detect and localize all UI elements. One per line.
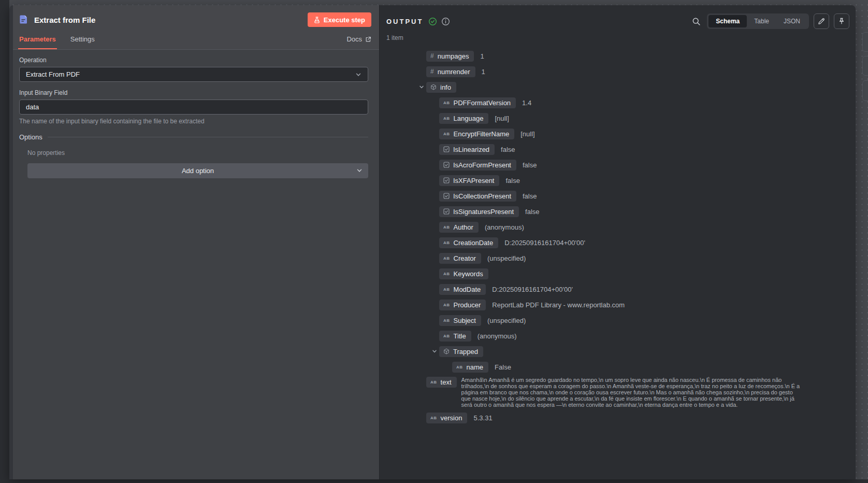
thumbtack-icon [838,18,845,25]
schema-key-label: IsSignaturesPresent [453,208,514,216]
schema-key-pill[interactable]: ABModDate [439,284,486,295]
schema-row: ABPDFFormatVersion1.4 [386,95,849,110]
search-icon[interactable] [692,17,701,26]
schema-key-label: name [467,363,484,371]
view-mode-json[interactable]: JSON [776,15,807,27]
ab-text-icon: AB [443,132,450,136]
cube-icon [443,348,450,354]
schema-value: Amanhã\n Amanhã é um segredo guardado no… [461,377,801,408]
schema-value: 5.3.31 [473,414,492,422]
schema-key-label: EncryptFilterName [454,130,510,138]
schema-key-pill[interactable]: IsAcroFormPresent [439,160,516,171]
schema-key-pill[interactable]: ABtext [426,377,457,388]
schema-row: IsCollectionPresentfalse [386,188,849,204]
schema-row: ABtextAmanhã\n Amanhã é um segredo guard… [386,375,849,410]
input-panel-collapsed[interactable] [9,5,13,479]
canvas-node-card [862,80,868,101]
schema-row: ABnameFalse [386,359,849,375]
ab-text-icon: AB [443,225,450,230]
schema-value: [null] [520,130,534,138]
schema-key-pill[interactable]: info [426,82,456,93]
ab-text-icon: AB [443,240,450,245]
schema-key-pill[interactable]: ABTitle [439,331,471,342]
docs-link[interactable]: Docs [346,35,371,49]
schema-key-label: IsAcroFormPresent [453,161,511,169]
schema-value: false [523,192,537,200]
ab-text-icon: AB [456,365,463,370]
ab-text-icon: AB [443,303,450,307]
schema-key-pill[interactable]: ABCreator [439,253,481,264]
schema-value: D:20250916161704+00'00' [492,286,573,293]
schema-key-pill[interactable]: IsXFAPresent [439,175,499,186]
checkbox-icon [443,177,450,183]
schema-key-pill[interactable]: ABAuthor [439,222,479,233]
view-mode-schema[interactable]: Schema [708,15,747,27]
ab-text-icon: AB [443,334,450,338]
schema-value: false [501,146,515,153]
canvas-node-card [862,56,868,76]
schema-key-pill[interactable]: ABKeywords [439,268,488,279]
info-circle-icon[interactable] [441,17,450,26]
schema-key-label: Author [454,223,473,231]
schema-key-pill[interactable]: ABname [452,362,488,373]
parameters-panel: Extract from File Execute step Parameter… [13,5,379,479]
node-title: Extract from File [34,16,308,24]
schema-row: ABTitle(anonymous) [386,328,849,344]
node-detail-modal: Extract from File Execute step Parameter… [9,5,856,479]
execute-step-button[interactable]: Execute step [308,12,371,27]
schema-key-pill[interactable]: ABProducer [439,300,486,310]
hash-icon: # [430,52,434,60]
schema-value: (unspecified) [487,317,526,324]
schema-key-label: Producer [454,301,481,309]
operation-select[interactable]: Extract From PDF [19,67,368,82]
tab-parameters[interactable]: Parameters [19,35,56,49]
n8n-node-detail-view: { "colors": { "accent": "#ff6d5a", "succ… [0,0,868,483]
schema-key-pill[interactable]: ABversion [426,413,467,423]
schema-key-pill[interactable]: ABPDFFormatVersion [439,97,516,108]
schema-key-pill[interactable]: #numpages [426,51,474,62]
view-mode-table[interactable]: Table [747,15,776,27]
options-empty-text: No properties [27,149,368,157]
schema-row: ABAuthor(anonymous) [386,219,849,235]
schema-key-pill[interactable]: IsSignaturesPresent [439,206,519,217]
schema-value: 1 [480,52,484,60]
schema-row: #numpages1 [386,48,849,64]
schema-key-label: info [440,83,451,91]
chevron-down-icon [355,72,361,78]
schema-key-pill[interactable]: ABEncryptFilterName [439,129,514,139]
schema-key-pill[interactable]: IsCollectionPresent [439,191,516,202]
flask-icon [314,17,320,23]
schema-key-pill[interactable]: ABSubject [439,315,481,326]
chevron-down-icon[interactable] [419,84,426,90]
schema-row: ABversion5.3.31 [386,410,849,425]
schema-key-label: Subject [454,317,476,324]
schema-row: ABEncryptFilterName[null] [386,126,849,141]
schema-key-pill[interactable]: ABLanguage [439,113,488,124]
schema-key-pill[interactable]: Trapped [439,346,483,357]
schema-key-pill[interactable]: ABCreationDate [439,237,498,248]
output-panel: OUTPUT Schem [379,5,856,479]
checkbox-icon [443,208,450,215]
tab-settings[interactable]: Settings [70,35,95,49]
ab-text-icon: AB [443,272,450,276]
schema-row: #numrender1 [386,64,849,79]
ab-text-icon: AB [443,101,450,105]
ab-text-icon: AB [430,416,437,420]
chevron-down-icon[interactable] [432,349,439,354]
schema-row: ABCreator(unspecified) [386,250,849,266]
output-view-toggle: SchemaTableJSON [707,13,809,29]
parameters-form: Operation Extract From PDF Input Binary … [13,50,379,178]
cube-icon [430,84,437,90]
edit-output-button[interactable] [814,13,829,29]
add-option-button[interactable]: Add option [27,163,368,178]
schema-key-label: Creator [454,254,476,262]
schema-row: ABKeywords [386,266,849,281]
pin-data-button[interactable] [834,13,849,29]
schema-key-label: Trapped [453,348,478,356]
schema-key-label: CreationDate [454,239,494,247]
schema-key-pill[interactable]: IsLinearized [439,144,495,155]
operation-label: Operation [19,56,368,64]
binary-field-input[interactable]: data [19,100,368,115]
schema-key-pill[interactable]: #numrender [426,66,475,77]
schema-row: info [386,79,849,95]
